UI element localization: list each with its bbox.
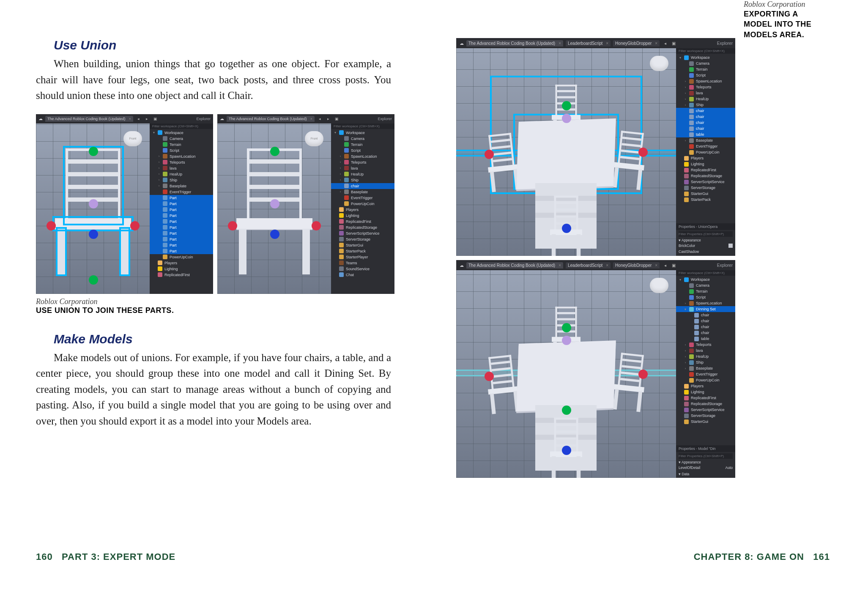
tree-item[interactable]: ServerScriptService bbox=[676, 179, 735, 185]
tree-item[interactable]: ›lava bbox=[676, 348, 735, 354]
tree-item[interactable]: ›lava bbox=[676, 90, 735, 96]
tree-item[interactable]: Terrain bbox=[331, 142, 394, 148]
orientation-widget[interactable] bbox=[650, 278, 668, 293]
tab-leaderboard[interactable]: LeaderboardScript× bbox=[566, 40, 611, 47]
prop-lod[interactable]: LevelOfDetail bbox=[679, 466, 700, 470]
tree-item[interactable]: PowerUpCoin bbox=[676, 149, 735, 155]
tree-item[interactable]: Part bbox=[150, 242, 213, 248]
nav-fwd-icon[interactable]: ▸ bbox=[144, 116, 150, 122]
tree-item[interactable]: ServerStorage bbox=[676, 185, 735, 191]
explorer-panel[interactable]: Filter workspace (Ctrl+Shift+X) ▾Workspa… bbox=[150, 123, 213, 294]
tree-item[interactable]: SoundService bbox=[331, 266, 394, 272]
tree-item[interactable]: Script bbox=[676, 72, 735, 78]
tree-item[interactable]: chair bbox=[676, 318, 735, 324]
tree-item[interactable]: chair bbox=[676, 120, 735, 126]
tree-item[interactable]: ReplicatedStorage bbox=[331, 225, 394, 230]
tree-item[interactable]: ReplicatedFirst bbox=[331, 219, 394, 225]
tree-item[interactable]: PowerUpCoin bbox=[676, 377, 735, 383]
tree-item[interactable]: ReplicatedFirst bbox=[150, 272, 213, 278]
tree-item[interactable]: Terrain bbox=[676, 66, 735, 72]
tree-item[interactable]: ›Baseplate bbox=[676, 365, 735, 371]
tree-item[interactable]: ›Ship bbox=[150, 177, 213, 183]
tree-item[interactable]: ›Teleports bbox=[676, 342, 735, 348]
tree-item[interactable]: ›Teleports bbox=[331, 159, 394, 165]
tree-item[interactable]: Players bbox=[150, 260, 213, 266]
tab-main[interactable]: The Advanced Roblox Coding Book (Updated… bbox=[466, 262, 563, 269]
tree-item[interactable]: chair bbox=[331, 183, 394, 189]
tree-item[interactable]: Lighting bbox=[150, 266, 213, 272]
tree-item[interactable]: chair bbox=[676, 108, 735, 114]
explorer-panel[interactable]: Filter workspace (Ctrl+Shift+X) ▾Workspa… bbox=[331, 123, 394, 294]
tree-item[interactable]: Lighting bbox=[676, 161, 735, 167]
filter-input[interactable]: Filter workspace (Ctrl+Shift+X) bbox=[676, 270, 735, 276]
filter-input[interactable]: Filter workspace (Ctrl+Shift+X) bbox=[676, 48, 735, 54]
stop-icon[interactable]: ▣ bbox=[671, 40, 676, 46]
nav-back-icon[interactable]: ◂ bbox=[662, 40, 668, 46]
tree-item[interactable]: ›SpawnLocation bbox=[676, 78, 735, 84]
tree-item[interactable]: StarterPlayer bbox=[331, 254, 394, 260]
tree-item[interactable]: PowerUpCoin bbox=[150, 254, 213, 260]
tree-item[interactable]: chair bbox=[676, 114, 735, 120]
tree-item[interactable]: EventTrigger bbox=[676, 143, 735, 149]
tree-item[interactable]: ReplicatedStorage bbox=[676, 173, 735, 179]
stop-icon[interactable]: ▣ bbox=[671, 262, 676, 268]
tree-item[interactable]: Players bbox=[676, 383, 735, 389]
filter-props[interactable]: Filter Properties (Ctrl+Shift+P) bbox=[679, 453, 733, 459]
tree-item[interactable]: ›HealUp bbox=[331, 171, 394, 177]
prop-brickcolor[interactable]: BrickColor bbox=[679, 244, 695, 248]
tab-main[interactable]: The Advanced Roblox Coding Book (Updated… bbox=[466, 40, 563, 47]
tree-item[interactable]: StarterGui bbox=[331, 242, 394, 248]
tree-item[interactable]: Terrain bbox=[676, 288, 735, 294]
tree-item[interactable]: ServerScriptService bbox=[331, 230, 394, 236]
tree-item[interactable]: ›Baseplate bbox=[331, 189, 394, 195]
orientation-widget[interactable] bbox=[650, 56, 668, 71]
tree-item[interactable]: ›Teleports bbox=[676, 84, 735, 90]
filter-input[interactable]: Filter workspace (Ctrl+Shift+X) bbox=[150, 123, 213, 129]
tree-item[interactable]: ›lava bbox=[331, 165, 394, 171]
tree-item[interactable]: ▾Workspace bbox=[150, 130, 213, 136]
filter-input[interactable]: Filter workspace (Ctrl+Shift+X) bbox=[331, 123, 394, 129]
tree-item[interactable]: Teams bbox=[331, 260, 394, 266]
tree-item[interactable]: Lighting bbox=[331, 213, 394, 219]
tree-item[interactable]: Part bbox=[150, 236, 213, 242]
tree-item[interactable]: Script bbox=[331, 148, 394, 153]
tree-item[interactable]: Part bbox=[150, 230, 213, 236]
tree-item[interactable]: Script bbox=[676, 294, 735, 300]
tree-item[interactable]: Camera bbox=[676, 282, 735, 288]
tree-item[interactable]: ›Ship bbox=[331, 177, 394, 183]
tree-item[interactable]: ›Ship bbox=[676, 102, 735, 108]
tree-item[interactable]: Part bbox=[150, 195, 213, 201]
tree-item[interactable]: StarterGui bbox=[676, 191, 735, 197]
tree-item[interactable]: ›Teleports bbox=[150, 159, 213, 165]
tree-item[interactable]: EventTrigger bbox=[150, 189, 213, 195]
tree-item[interactable]: ReplicatedFirst bbox=[676, 167, 735, 173]
tree-item[interactable]: ›HealUp bbox=[676, 96, 735, 102]
tree-item[interactable]: ReplicatedStorage bbox=[676, 401, 735, 407]
tree-item[interactable]: Lighting bbox=[676, 389, 735, 395]
tree-item[interactable]: ›lava bbox=[150, 165, 213, 171]
tree-item[interactable]: EventTrigger bbox=[676, 371, 735, 377]
tree-item[interactable]: ReplicatedFirst bbox=[676, 395, 735, 401]
tree-item[interactable]: table bbox=[676, 132, 735, 137]
tree-item[interactable]: EventTrigger bbox=[331, 195, 394, 201]
tree-item[interactable]: ›SpawnLocation bbox=[150, 153, 213, 159]
tab-leaderboard[interactable]: LeaderboardScript× bbox=[566, 262, 611, 269]
stop-icon[interactable]: ▣ bbox=[334, 116, 340, 122]
tree-item[interactable]: ▾Dinning Set bbox=[676, 306, 735, 312]
tree-item[interactable]: ServerStorage bbox=[676, 413, 735, 419]
nav-back-icon[interactable]: ◂ bbox=[317, 116, 323, 122]
tree-item[interactable]: ›SpawnLocation bbox=[676, 300, 735, 306]
tree-item[interactable]: Camera bbox=[150, 136, 213, 142]
tree-item[interactable]: Chat bbox=[331, 272, 394, 278]
tree-item[interactable]: Players bbox=[676, 155, 735, 161]
tree-item[interactable]: ›Baseplate bbox=[676, 137, 735, 143]
tab-honey[interactable]: HoneyGlobDropper× bbox=[613, 40, 660, 47]
explorer-panel[interactable]: Filter workspace (Ctrl+Shift+X) ▾Workspa… bbox=[676, 48, 735, 256]
tree-item[interactable]: StarterPack bbox=[676, 197, 735, 203]
tree-item[interactable]: StarterGui bbox=[676, 419, 735, 425]
tree-item[interactable]: ›Baseplate bbox=[150, 183, 213, 189]
tree-item[interactable]: chair bbox=[676, 324, 735, 330]
tree-item[interactable]: Part bbox=[150, 201, 213, 207]
stop-icon[interactable]: ▣ bbox=[153, 116, 159, 122]
tree-item[interactable]: ›Ship bbox=[676, 359, 735, 365]
